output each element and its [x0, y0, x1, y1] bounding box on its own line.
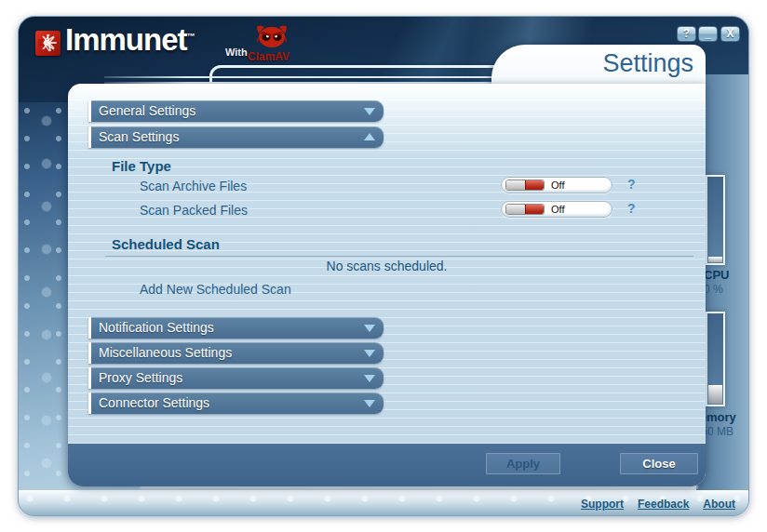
accordion-general-settings[interactable]: General Settings	[88, 100, 384, 122]
chevron-down-icon	[364, 108, 375, 115]
chevron-up-icon	[364, 133, 375, 140]
trademark-symbol: ™	[187, 32, 195, 41]
dialog-action-bar: Apply Close	[68, 444, 706, 486]
scan-archive-files-label: Scan Archive Files	[140, 179, 247, 193]
header-divider-line	[104, 76, 518, 78]
page-title: Settings	[602, 49, 693, 78]
section-divider	[105, 256, 693, 257]
apply-button[interactable]: Apply	[486, 453, 560, 474]
clamav-devil-icon	[249, 20, 294, 52]
window-help-button[interactable]: ?	[677, 26, 696, 42]
settings-dialog: General Settings Scan Settings File Type…	[68, 84, 706, 486]
cpu-gauge	[706, 175, 725, 265]
add-scheduled-scan-link[interactable]: Add New Scheduled Scan	[140, 282, 291, 297]
cpu-label: CPU	[704, 268, 729, 282]
window-minimize-button[interactable]: _	[698, 26, 718, 42]
chevron-down-icon	[364, 350, 375, 357]
accordion-label: Scan Settings	[99, 126, 179, 148]
accordion-label: General Settings	[99, 100, 195, 122]
help-icon[interactable]: ?	[627, 201, 636, 216]
accordion-label: Notification Settings	[99, 317, 214, 339]
toggle-knob	[505, 180, 545, 191]
settings-tab: Settings	[491, 45, 706, 87]
cpu-gauge-indicator	[708, 257, 722, 262]
app-window: Immunet™ With ClamAV ? _ X	[18, 16, 749, 516]
scan-archive-files-toggle[interactable]: Off	[501, 177, 612, 193]
cpu-value: 0 %	[704, 283, 723, 296]
toggle-state-label: Off	[551, 204, 564, 215]
accordion-label: Proxy Settings	[99, 367, 182, 389]
about-link[interactable]: About	[703, 498, 735, 511]
feedback-link[interactable]: Feedback	[638, 498, 689, 511]
memory-gauge	[706, 312, 725, 406]
with-label: With	[225, 47, 248, 58]
toggle-knob	[505, 204, 545, 215]
accordion-proxy-settings[interactable]: Proxy Settings	[88, 367, 384, 389]
brand-wordmark: Immunet™	[65, 22, 195, 58]
accordion-connector-settings[interactable]: Connector Settings	[88, 392, 384, 414]
footer-links: Support Feedback About	[581, 498, 735, 511]
help-icon[interactable]: ?	[627, 177, 636, 192]
chevron-down-icon	[364, 375, 375, 382]
accordion-label: Connector Settings	[99, 392, 209, 414]
immunet-logo-icon	[35, 31, 61, 56]
chevron-down-icon	[364, 325, 375, 332]
window-footer: Support Feedback About	[19, 490, 748, 516]
accordion-miscellaneous-settings[interactable]: Miscellaneous Settings	[88, 342, 384, 364]
chevron-down-icon	[364, 400, 375, 407]
file-type-heading: File Type	[112, 158, 171, 174]
no-scans-message: No scans scheduled.	[68, 259, 706, 273]
support-link[interactable]: Support	[581, 498, 624, 511]
toggle-state-label: Off	[551, 180, 564, 191]
accordion-label: Miscellaneous Settings	[99, 342, 232, 364]
window-close-button[interactable]: X	[720, 26, 740, 42]
accordion-scan-settings[interactable]: Scan Settings	[88, 126, 384, 148]
scan-packed-files-toggle[interactable]: Off	[501, 201, 612, 218]
scheduled-scan-heading: Scheduled Scan	[112, 236, 220, 252]
accordion-notification-settings[interactable]: Notification Settings	[88, 317, 384, 339]
memory-gauge-fill	[708, 385, 722, 404]
scan-packed-files-label: Scan Packed Files	[140, 203, 248, 218]
close-button[interactable]: Close	[620, 453, 698, 474]
clamav-label: ClamAV	[248, 50, 289, 63]
